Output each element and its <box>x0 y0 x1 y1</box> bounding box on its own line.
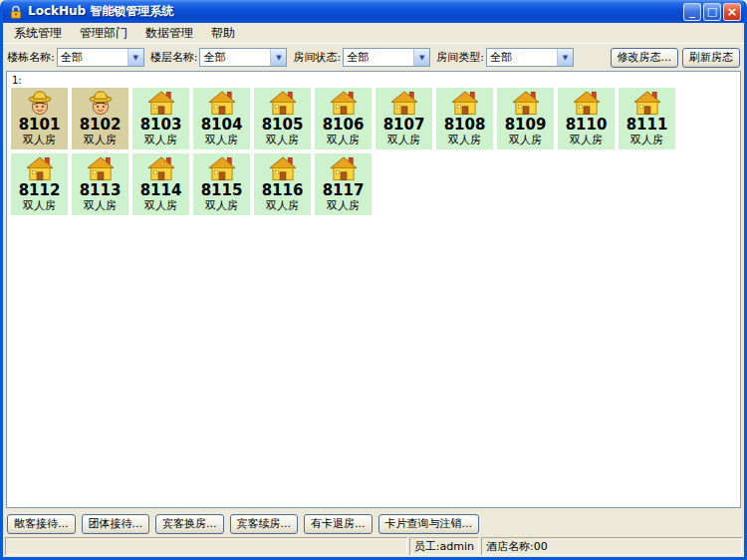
room-panel: 1: 8101双人房8102双人房8103双人房8104双人房8105双人房81… <box>6 71 741 508</box>
room-tile-8103[interactable]: 8103双人房 <box>132 88 189 149</box>
room-tile-8105[interactable]: 8105双人房 <box>254 88 311 149</box>
filter-label-1: 楼栋名称: <box>7 50 55 65</box>
room-number: 8110 <box>566 117 608 134</box>
titlebar[interactable]: LockHub 智能锁管理系统 _ □ × <box>3 0 744 23</box>
room-number: 8106 <box>323 117 365 134</box>
walk-in-reception-button[interactable]: 散客接待... <box>7 514 76 534</box>
maximize-button[interactable]: □ <box>703 3 721 21</box>
room-number: 8117 <box>323 182 365 199</box>
guest-change-room-button[interactable]: 宾客换房... <box>155 514 224 534</box>
card-checkout-button[interactable]: 有卡退房... <box>304 514 373 534</box>
room-tile-8114[interactable]: 8114双人房 <box>132 153 189 215</box>
chevron-down-icon[interactable]: ▼ <box>270 49 286 66</box>
refresh-room-status-button[interactable]: 刷新房态 <box>682 48 740 68</box>
vacant-house-icon <box>207 90 237 117</box>
vacant-house-icon <box>25 155 55 182</box>
room-number: 8114 <box>140 182 182 199</box>
room-tile-8108[interactable]: 8108双人房 <box>436 88 493 149</box>
room-grid: 8101双人房8102双人房8103双人房8104双人房8105双人房8106双… <box>9 88 696 215</box>
occupied-person-icon <box>25 90 55 117</box>
vacant-house-icon <box>450 90 480 117</box>
vacant-house-icon <box>86 155 116 182</box>
room-type: 双人房 <box>144 199 177 212</box>
room-tile-8106[interactable]: 8106双人房 <box>315 88 372 149</box>
room-tile-8117[interactable]: 8117双人房 <box>315 153 372 215</box>
chevron-down-icon[interactable]: ▼ <box>413 49 429 66</box>
vacant-house-icon <box>268 155 298 182</box>
room-tile-8112[interactable]: 8112双人房 <box>11 153 68 215</box>
room-type: 双人房 <box>144 134 177 146</box>
filter-groups: 楼栋名称:全部▼楼层名称:全部▼房间状态:全部▼房间类型:全部▼ <box>7 48 611 67</box>
filter-combo-value-3: 全部 <box>344 50 413 65</box>
floor-label: 1: <box>9 74 738 88</box>
room-tile-8113[interactable]: 8113双人房 <box>72 153 128 215</box>
app-lock-icon <box>8 4 24 20</box>
group-reception-button[interactable]: 团体接待... <box>82 514 150 534</box>
room-tile-8109[interactable]: 8109双人房 <box>497 88 554 149</box>
room-tile-8116[interactable]: 8116双人房 <box>254 153 311 215</box>
filter-label-2: 楼层名称: <box>150 50 198 65</box>
bottom-button-bar: 散客接待...团体接待...宾客换房...宾客续房...有卡退房...卡片查询与… <box>3 511 744 536</box>
room-tile-8111[interactable]: 8111双人房 <box>619 88 675 149</box>
close-button[interactable]: × <box>723 3 741 21</box>
vacant-house-icon <box>146 155 176 182</box>
room-tile-8101[interactable]: 8101双人房 <box>11 88 68 149</box>
room-number: 8102 <box>80 117 122 134</box>
room-type: 双人房 <box>509 134 542 146</box>
menu-item-1[interactable]: 系统管理 <box>5 23 71 44</box>
filter-label-3: 房间状态: <box>293 50 341 65</box>
room-type: 双人房 <box>327 134 360 146</box>
chevron-down-icon[interactable]: ▼ <box>127 49 143 66</box>
vacant-house-icon <box>632 90 662 117</box>
filter-bar: 楼栋名称:全部▼楼层名称:全部▼房间状态:全部▼房间类型:全部▼ 修改房态...… <box>3 44 744 71</box>
minimize-button[interactable]: _ <box>683 3 701 21</box>
room-number: 8111 <box>626 117 668 134</box>
filter-buttons: 修改房态...刷新房态 <box>611 48 741 68</box>
filter-combo-value-4: 全部 <box>487 50 557 65</box>
room-type: 双人房 <box>23 134 56 146</box>
room-tile-8107[interactable]: 8107双人房 <box>375 88 432 149</box>
card-query-cancel-button[interactable]: 卡片查询与注销... <box>378 514 480 534</box>
filter-combo-1[interactable]: 全部▼ <box>57 48 144 67</box>
menu-item-2[interactable]: 管理部门 <box>71 23 136 44</box>
room-number: 8104 <box>201 117 243 134</box>
filter-combo-value-2: 全部 <box>200 50 270 65</box>
room-tile-8104[interactable]: 8104双人房 <box>193 88 250 149</box>
modify-room-status-button[interactable]: 修改房态... <box>611 48 679 68</box>
vacant-house-icon <box>146 90 176 117</box>
room-number: 8105 <box>262 117 304 134</box>
room-tile-8115[interactable]: 8115双人房 <box>193 153 250 215</box>
menu-item-4[interactable]: 帮助 <box>202 23 244 44</box>
filter-combo-4[interactable]: 全部▼ <box>486 48 574 67</box>
chevron-down-icon[interactable]: ▼ <box>557 49 573 66</box>
room-type: 双人房 <box>266 134 299 146</box>
room-type: 双人房 <box>570 134 603 146</box>
room-number: 8113 <box>80 182 122 199</box>
menu-item-3[interactable]: 数据管理 <box>136 23 202 44</box>
room-type: 双人房 <box>205 134 238 146</box>
status-hotel-name: 酒店名称:00 <box>481 537 742 555</box>
filter-combo-2[interactable]: 全部▼ <box>199 48 287 67</box>
room-type: 双人房 <box>84 199 117 212</box>
vacant-house-icon <box>511 90 541 117</box>
status-bar: 员工:admin 酒店名称:00 <box>3 536 744 557</box>
room-type: 双人房 <box>327 199 360 212</box>
vacant-house-icon <box>268 90 298 117</box>
window-title: LockHub 智能锁管理系统 <box>28 3 683 20</box>
room-type: 双人房 <box>23 199 56 212</box>
filter-combo-value-1: 全部 <box>58 50 127 65</box>
filter-combo-3[interactable]: 全部▼ <box>343 48 430 67</box>
room-type: 双人房 <box>84 134 117 146</box>
room-number: 8101 <box>19 117 61 134</box>
room-type: 双人房 <box>448 134 481 146</box>
menu-bar: 系统管理管理部门数据管理帮助 <box>3 23 744 44</box>
vacant-house-icon <box>329 155 359 182</box>
room-tile-8102[interactable]: 8102双人房 <box>72 88 128 149</box>
room-number: 8108 <box>444 117 486 134</box>
vacant-house-icon <box>329 90 359 117</box>
guest-extend-stay-button[interactable]: 宾客续房... <box>230 514 299 534</box>
room-tile-8110[interactable]: 8110双人房 <box>558 88 615 149</box>
room-type: 双人房 <box>266 199 299 212</box>
room-number: 8109 <box>505 117 547 134</box>
room-type: 双人房 <box>205 199 238 212</box>
